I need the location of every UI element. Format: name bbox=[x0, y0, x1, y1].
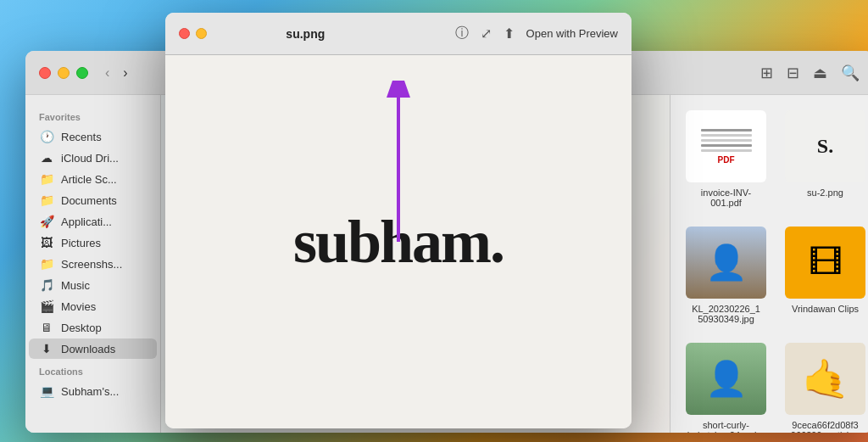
file-thumbnail: 🤙 bbox=[785, 343, 865, 415]
list-item[interactable]: S. su-2.png bbox=[780, 105, 868, 213]
sidebar-item-label: Documents bbox=[61, 194, 117, 207]
sidebar-item-downloads[interactable]: ⬇ Downloads bbox=[29, 338, 157, 359]
quicklook-window: su.png ⓘ ⤢ ⬆ Open with Preview subham. bbox=[165, 13, 632, 428]
applications-icon: 🚀 bbox=[39, 215, 54, 228]
sidebar-item-label: Desktop bbox=[61, 322, 102, 334]
quicklook-title: su.png bbox=[166, 27, 445, 41]
share-icon[interactable]: ⬆ bbox=[504, 25, 515, 42]
traffic-lights bbox=[39, 67, 88, 79]
emoji-thumbnail: 🤙 bbox=[785, 343, 865, 415]
favorites-section-label: Favorites bbox=[25, 105, 160, 126]
sidebar-item-icloud[interactable]: ☁ iCloud Dri... bbox=[29, 148, 157, 168]
list-item[interactable]: 🎞 Vrindawan Clips bbox=[780, 221, 868, 329]
desktop-icon: 🖥 bbox=[39, 321, 54, 334]
sidebar-item-screenshots[interactable]: 📁 Screenshs... bbox=[29, 254, 157, 274]
list-item[interactable]: 👤 KL_20230226_1 50930349.jpg bbox=[681, 221, 771, 329]
back-button[interactable]: ‹ bbox=[102, 64, 113, 82]
pdf-line bbox=[701, 139, 752, 142]
sidebar-item-recents[interactable]: 🕐 Recents bbox=[29, 126, 157, 147]
locations-section-label: Locations bbox=[25, 360, 160, 380]
quicklook-toolbar: ⓘ ⤢ ⬆ Open with Preview bbox=[455, 25, 618, 42]
sidebar-item-label: Recents bbox=[61, 131, 102, 143]
pdf-label: PDF bbox=[718, 155, 735, 165]
file-name: su-2.png bbox=[807, 187, 843, 198]
sidebar-item-label: Applicati... bbox=[61, 215, 112, 228]
sidebar-item-label: Pictures bbox=[61, 237, 101, 249]
resize-icon[interactable]: ⤢ bbox=[481, 25, 492, 42]
sidebar-item-documents[interactable]: 📁 Documents bbox=[29, 190, 157, 210]
downloads-icon: ⬇ bbox=[39, 342, 54, 355]
sidebar-item-label: Downloads bbox=[61, 343, 115, 355]
list-item[interactable]: PDF invoice-INV-001.pdf bbox=[681, 105, 771, 213]
sidebar-item-label: Music bbox=[61, 279, 90, 292]
file-name: 9ceca66f2d08f3 066399...-sticker bbox=[785, 420, 865, 433]
right-panel: PDF invoice-INV-001.pdf S. su-2.png bbox=[670, 95, 868, 433]
folder-icon: 📁 bbox=[39, 257, 54, 271]
portrait2-thumbnail: 👤 bbox=[686, 343, 766, 415]
quicklook-content: subham. bbox=[165, 55, 632, 428]
pdf-line bbox=[701, 149, 752, 152]
file-thumbnail: 🎞 bbox=[785, 227, 865, 299]
pdf-line bbox=[701, 129, 752, 131]
sidebar-item-applications[interactable]: 🚀 Applicati... bbox=[29, 211, 157, 232]
music-icon: 🎵 bbox=[39, 278, 54, 292]
sidebar-item-label: Subham's... bbox=[61, 385, 119, 398]
film-thumbnail: 🎞 bbox=[785, 227, 865, 299]
recents-icon: 🕐 bbox=[39, 130, 54, 143]
sidebar-item-desktop[interactable]: 🖥 Desktop bbox=[29, 317, 157, 338]
pdf-thumbnail: PDF bbox=[686, 110, 766, 182]
folder-icon: 📁 bbox=[39, 172, 54, 186]
movies-icon: 🎬 bbox=[39, 299, 54, 313]
sidebar-item-label: Article Sc... bbox=[61, 173, 117, 186]
sidebar-item-label: Screenshs... bbox=[61, 258, 122, 271]
file-thumbnail: S. bbox=[785, 110, 865, 182]
columns-view-icon[interactable]: ⊞ bbox=[760, 64, 773, 82]
list-item[interactable]: 👤 short-curly-hairstyle...24.webp bbox=[681, 338, 771, 433]
file-thumbnail: 👤 bbox=[686, 227, 766, 299]
minimize-button[interactable] bbox=[58, 67, 70, 79]
pdf-line bbox=[701, 134, 752, 137]
su2-text: S. bbox=[817, 135, 833, 158]
su2-thumbnail: S. bbox=[785, 110, 865, 182]
finder-navigation: ‹ › bbox=[102, 64, 131, 82]
list-item[interactable]: 🤙 9ceca66f2d08f3 066399...-sticker bbox=[780, 338, 868, 433]
maximize-button[interactable] bbox=[76, 67, 88, 79]
portrait-thumbnail: 👤 bbox=[686, 227, 766, 299]
file-name: invoice-INV-001.pdf bbox=[686, 187, 766, 208]
file-name: KL_20230226_1 50930349.jpg bbox=[686, 304, 766, 324]
sidebar-item-article[interactable]: 📁 Article Sc... bbox=[29, 169, 157, 189]
sidebar-item-label: Movies bbox=[61, 300, 96, 313]
sidebar-item-pictures[interactable]: 🖼 Pictures bbox=[29, 232, 157, 253]
eject-icon[interactable]: ⏏ bbox=[813, 64, 827, 82]
sidebar: Favorites 🕐 Recents ☁ iCloud Dri... 📁 Ar… bbox=[25, 95, 161, 433]
search-icon[interactable]: 🔍 bbox=[841, 64, 860, 82]
forward-button[interactable]: › bbox=[120, 64, 131, 82]
computer-icon: 💻 bbox=[39, 384, 54, 398]
close-button[interactable] bbox=[39, 67, 51, 79]
quicklook-preview-text: subham. bbox=[293, 207, 504, 277]
folder-icon: 📁 bbox=[39, 193, 54, 207]
right-grid: PDF invoice-INV-001.pdf S. su-2.png bbox=[681, 105, 863, 433]
sidebar-item-subhams[interactable]: 💻 Subham's... bbox=[29, 381, 157, 401]
file-name: Vrindawan Clips bbox=[792, 304, 859, 314]
sidebar-item-movies[interactable]: 🎬 Movies bbox=[29, 296, 157, 316]
info-icon[interactable]: ⓘ bbox=[455, 25, 469, 42]
icloud-icon: ☁ bbox=[39, 151, 54, 165]
quicklook-titlebar: su.png ⓘ ⤢ ⬆ Open with Preview bbox=[165, 13, 632, 55]
pictures-icon: 🖼 bbox=[39, 236, 54, 249]
pdf-line bbox=[701, 144, 752, 147]
file-thumbnail: 👤 bbox=[686, 343, 766, 415]
open-with-preview-button[interactable]: Open with Preview bbox=[526, 27, 618, 40]
finder-toolbar-right: ⊞ ⊟ ⏏ 🔍 bbox=[760, 64, 860, 82]
file-thumbnail: PDF bbox=[686, 110, 766, 182]
sidebar-item-music[interactable]: 🎵 Music bbox=[29, 275, 157, 295]
pdf-lines bbox=[701, 129, 752, 152]
gallery-view-icon[interactable]: ⊟ bbox=[787, 64, 799, 82]
file-name: short-curly-hairstyle...24.webp bbox=[686, 420, 766, 433]
sidebar-item-label: iCloud Dri... bbox=[61, 152, 119, 165]
